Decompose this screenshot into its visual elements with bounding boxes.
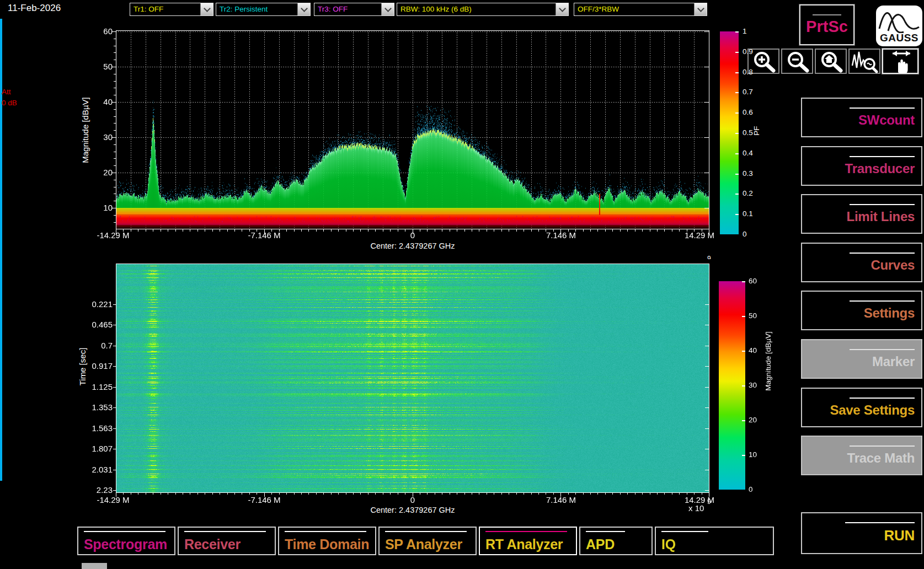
time-tick: 1.125	[79, 382, 113, 392]
y-tick: 40	[88, 97, 113, 107]
chevron-down-icon[interactable]	[200, 3, 213, 15]
tab-apd[interactable]: APD	[579, 527, 653, 555]
cb-tick: 0.9	[743, 47, 753, 57]
cb-tick: 0.3	[743, 169, 753, 179]
persistence-chart-canvas[interactable]	[105, 25, 717, 237]
time-tick: 0.7	[79, 341, 113, 351]
cb-tick: 0.7	[743, 87, 753, 97]
colorbar-ticks	[735, 31, 739, 234]
tab-receiver[interactable]: Receiver	[178, 527, 276, 555]
trace3-dropdown[interactable]: Tr3: OFF	[314, 3, 394, 16]
cb-tick: 0.8	[743, 67, 753, 77]
print-screen-button[interactable]: PrtSc	[799, 4, 854, 45]
center-frequency-label: Center: 2.4379267 GHz	[370, 241, 455, 251]
rbw-dropdown-value: RBW: 100 kHz (6 dB)	[397, 3, 556, 15]
cb-tick: 0	[749, 485, 753, 495]
y-tick: 50	[88, 62, 113, 72]
chevron-down-icon[interactable]	[381, 3, 394, 15]
zoom-to-signal-button[interactable]	[848, 49, 880, 74]
save-settings-label: Save Settings	[830, 402, 915, 418]
tab-rt-analyzer[interactable]: RT Analyzer	[479, 527, 577, 555]
trace-math-label: Trace Math	[847, 450, 915, 466]
pan-hand-icon	[885, 49, 915, 73]
chevron-down-icon[interactable]	[297, 3, 310, 15]
signal-zoom-icon	[851, 49, 878, 73]
time-tick: 0.221	[79, 299, 113, 309]
time-tick: 2.23	[79, 485, 113, 495]
tab-apd-label: APD	[586, 536, 615, 552]
zoom-home-icon	[818, 49, 844, 73]
x-tick: -7.146 M	[248, 495, 280, 505]
time-tick: 2.031	[79, 465, 113, 475]
trace2-dropdown-value: Tr2: Persistent	[216, 3, 297, 15]
time-tick: 0.465	[79, 320, 113, 330]
center-frequency-label: Center: 2.4379267 GHz	[370, 505, 455, 515]
trace2-dropdown[interactable]: Tr2: Persistent	[216, 3, 311, 16]
date-label: 11-Feb-2026	[8, 3, 61, 13]
tab-time-domain-label: Time Domain	[285, 536, 369, 552]
transducer-button[interactable]: Transducer	[801, 146, 922, 186]
pan-button[interactable]	[882, 49, 918, 74]
cb-tick: 60	[749, 276, 757, 286]
gauss-curves-icon	[876, 6, 922, 33]
print-screen-label: PrtSc	[806, 18, 848, 36]
save-settings-button[interactable]: Save Settings	[801, 388, 922, 427]
rbw-dropdown[interactable]: RBW: 100 kHz (6 dB)	[397, 3, 569, 16]
chevron-down-icon[interactable]	[556, 3, 568, 15]
cb-tick: 20	[749, 415, 757, 425]
cb-tick: 30	[749, 380, 757, 390]
attenuation-value: 0 dB	[2, 98, 17, 108]
x-tick: 7.146 M	[546, 230, 576, 240]
swcount-button[interactable]: SWcount	[801, 98, 922, 137]
cb-tick: 50	[749, 311, 757, 321]
curves-label: Curves	[870, 257, 915, 273]
y-tick: 10	[88, 203, 113, 213]
tab-time-domain[interactable]: Time Domain	[278, 527, 376, 555]
cb-tick: 0.5	[743, 128, 753, 138]
tab-rt-analyzer-label: RT Analyzer	[485, 536, 563, 552]
chevron-down-icon[interactable]	[694, 3, 707, 15]
x-tick: 14.29 M	[685, 230, 714, 240]
x-tick: 0	[410, 230, 415, 240]
cb-tick: 0.4	[743, 148, 753, 158]
cb-tick: 0	[743, 229, 747, 239]
x-tick: 7.146 M	[546, 495, 576, 505]
tab-iq[interactable]: IQ	[655, 527, 774, 555]
taskbar-stub	[82, 563, 107, 569]
x-tick: -14.29 M	[97, 230, 129, 240]
trace1-dropdown-value: Tr1: OFF	[130, 3, 200, 15]
cb-tick: 0.1	[743, 209, 753, 219]
spectrogram-canvas[interactable]	[105, 259, 717, 502]
settings-button[interactable]: Settings	[801, 291, 922, 330]
run-button[interactable]: RUN	[801, 512, 922, 554]
curves-button[interactable]: Curves	[801, 243, 922, 282]
x-tick: -14.29 M	[97, 495, 129, 505]
x-scale-exponent-sup: 9	[707, 497, 711, 507]
gauss-logo-text: GAUSS	[876, 32, 922, 44]
x-tick: 0	[410, 495, 415, 505]
zoom-reset-button[interactable]	[815, 49, 847, 74]
transducer-label: Transducer	[845, 161, 915, 176]
time-tick: 1.353	[79, 402, 113, 412]
tab-sp-analyzer-label: SP Analyzer	[385, 536, 462, 552]
cb-tick: 1	[743, 26, 747, 36]
time-tick: 1.563	[79, 423, 113, 433]
limit-lines-button[interactable]: Limit Lines	[801, 194, 922, 234]
x-tick: -7.146 M	[248, 230, 280, 240]
marker-button: Marker	[801, 339, 922, 379]
tab-sp-analyzer[interactable]: SP Analyzer	[378, 527, 477, 555]
pf-colorbar-label: PF	[752, 120, 762, 142]
tab-spectrogram[interactable]: Spectrogram	[77, 527, 175, 555]
cb-tick: 0.2	[743, 189, 753, 198]
button-accent-line	[813, 14, 841, 15]
run-label: RUN	[884, 527, 915, 544]
video-filter-dropdown[interactable]: OFF/3*RBW	[574, 3, 707, 16]
magnitude-colorbar-label: Magnitude [dBµV]	[763, 317, 773, 405]
trace1-dropdown[interactable]: Tr1: OFF	[130, 3, 213, 16]
cb-tick: 40	[749, 346, 757, 356]
zoom-out-button[interactable]	[781, 49, 813, 74]
tab-iq-label: IQ	[661, 536, 676, 552]
pf-colorbar	[720, 31, 739, 234]
magnitude-colorbar	[719, 281, 745, 490]
analyzer-window: 11-Feb-2026 Tr1: OFF Tr2: Persistent Tr3…	[0, 0, 924, 569]
